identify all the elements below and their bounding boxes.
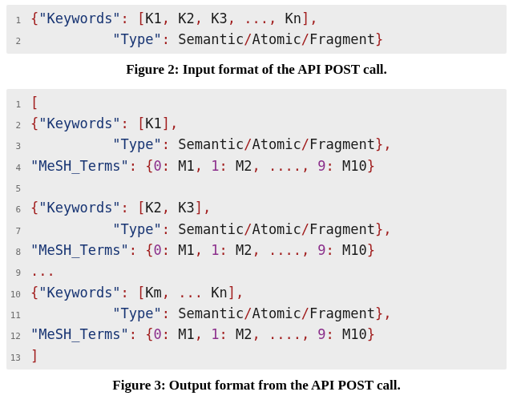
token [30, 305, 112, 321]
code-text: {"Keywords": [Km, ... Kn], [30, 282, 244, 303]
line-number: 10 [6, 288, 30, 301]
token: }, [375, 221, 391, 237]
token: 0 [154, 158, 162, 174]
line-number: 7 [6, 224, 30, 238]
token: M1 [178, 326, 194, 342]
token: { [30, 285, 38, 301]
token: Atomic [252, 136, 301, 152]
token: : [162, 221, 178, 237]
token: { [30, 10, 38, 26]
figure-3-line: 7 "Type": Semantic/Atomic/Fragment}, [6, 219, 507, 240]
token: "Keywords" [38, 10, 120, 26]
token: }, [375, 136, 391, 152]
figure-3-line: 9... [6, 260, 507, 281]
figure-3-line: 6{"Keywords": [K2, K3], [6, 197, 507, 218]
figure-3-line: 12"MeSH_Terms": {0: M1, 1: M2, ...., 9: … [6, 324, 507, 345]
code-text: "Type": Semantic/Atomic/Fragment}, [30, 134, 391, 155]
code-text: "MeSH_Terms": {0: M1, 1: M2, ...., 9: M1… [30, 324, 375, 345]
token: : [162, 31, 178, 47]
code-text: "Type": Semantic/Atomic/Fragment}, [30, 303, 391, 324]
token: Semantic [178, 31, 244, 47]
code-text [30, 176, 38, 197]
token: ... [30, 263, 55, 279]
token: / [244, 305, 252, 321]
token: : [ [121, 115, 146, 131]
figure-2-code: 1{"Keywords": [K1, K2, K3, ..., Kn],2 "T… [6, 5, 507, 54]
figure-3-line: 3 "Type": Semantic/Atomic/Fragment}, [6, 134, 507, 155]
token: { [30, 200, 38, 216]
token: "Type" [112, 136, 161, 152]
token: Semantic [178, 221, 244, 237]
line-number: 1 [6, 14, 30, 27]
token: 1 [211, 326, 219, 342]
line-number: 4 [6, 161, 30, 175]
figure-2: 1{"Keywords": [K1, K2, K3, ..., Kn],2 "T… [6, 5, 507, 78]
token: : [220, 242, 236, 258]
token: : [162, 242, 178, 258]
token: "Type" [112, 221, 161, 237]
figure-3-line: 11 "Type": Semantic/Atomic/Fragment}, [6, 303, 507, 324]
token: "Keywords" [38, 285, 120, 301]
token: : [326, 242, 342, 258]
token: , ... [162, 285, 211, 301]
token: / [244, 221, 252, 237]
token: "Keywords" [38, 200, 120, 216]
token: M2 [236, 158, 252, 174]
token: : [162, 158, 178, 174]
code-text: "Type": Semantic/Atomic/Fragment} [30, 29, 383, 50]
token: / [301, 31, 309, 47]
token: Semantic [178, 136, 244, 152]
token: Km [145, 285, 161, 301]
figure-3-code: 1[2{"Keywords": [K1],3 "Type": Semantic/… [6, 89, 507, 370]
token: "Type" [112, 305, 161, 321]
line-number: 2 [6, 119, 30, 132]
token: / [244, 136, 252, 152]
token: : { [129, 326, 154, 342]
token: } [367, 158, 375, 174]
token: K2 [178, 10, 194, 26]
token: 9 [317, 242, 325, 258]
figure-3-line: 10{"Keywords": [Km, ... Kn], [6, 282, 507, 303]
token: , [162, 200, 178, 216]
token: Atomic [252, 31, 301, 47]
figure-3-line: 1[ [6, 92, 507, 113]
token: , ...., [252, 242, 317, 258]
token: : [162, 326, 178, 342]
token: : [162, 305, 178, 321]
line-number: 6 [6, 203, 30, 216]
code-text: "MeSH_Terms": {0: M1, 1: M2, ...., 9: M1… [30, 155, 375, 176]
token: Fragment [309, 305, 375, 321]
token: } [367, 326, 375, 342]
figure-3-caption: Figure 3: Output format from the API POS… [6, 378, 507, 394]
token: K3 [178, 200, 194, 216]
figure-2-caption: Figure 2: Input format of the API POST c… [6, 62, 507, 78]
token: : { [129, 242, 154, 258]
token: M10 [342, 326, 367, 342]
token: { [30, 115, 38, 131]
token: Semantic [178, 305, 244, 321]
token: 9 [317, 326, 325, 342]
line-number: 1 [6, 98, 30, 111]
token [30, 221, 112, 237]
line-number: 11 [6, 309, 30, 322]
figure-3-line: 2{"Keywords": [K1], [6, 113, 507, 134]
token: M10 [342, 242, 367, 258]
token: ] [30, 348, 38, 364]
token: Fragment [309, 31, 375, 47]
token: "MeSH_Terms" [30, 242, 129, 258]
token: : [ [121, 10, 146, 26]
token: M10 [342, 158, 367, 174]
token [30, 136, 112, 152]
token: ], [162, 115, 178, 131]
code-text: "MeSH_Terms": {0: M1, 1: M2, ...., 9: M1… [30, 240, 375, 260]
token: K1 [145, 115, 161, 131]
figure-3-line: 8"MeSH_Terms": {0: M1, 1: M2, ...., 9: M… [6, 240, 507, 260]
code-text: {"Keywords": [K2, K3], [30, 197, 211, 218]
code-text: [ [30, 92, 38, 113]
figure-3-line: 5 [6, 176, 507, 197]
token: 1 [211, 158, 219, 174]
token: Atomic [252, 305, 301, 321]
token: , ...., [252, 326, 317, 342]
token: "Type" [112, 31, 161, 47]
code-text: "Type": Semantic/Atomic/Fragment}, [30, 219, 391, 240]
